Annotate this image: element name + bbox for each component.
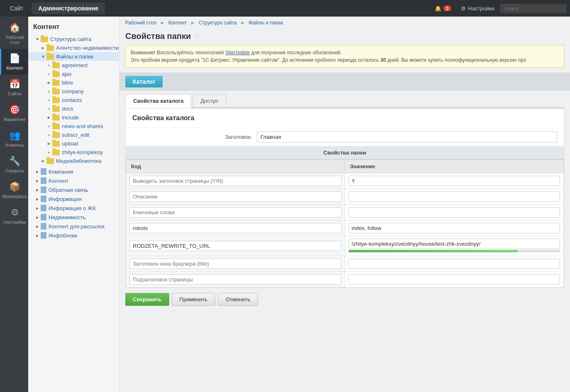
sidebar-item-services[interactable]: 🔧 Сервисы bbox=[0, 152, 28, 177]
table-cell-value bbox=[345, 236, 564, 256]
warning-banner: Внимание! Воспользуйтесь технологией Sit… bbox=[125, 45, 564, 68]
tree-item-nedvizhimost[interactable]: ► Недвижимость bbox=[28, 213, 119, 222]
value-input[interactable] bbox=[348, 207, 560, 218]
breadcrumb-files[interactable]: Файлы и папки bbox=[248, 20, 283, 26]
sidebar-item-clients[interactable]: 👥 Клиенты bbox=[0, 126, 28, 152]
tree-item-label: Информация о ЖК bbox=[49, 205, 96, 211]
chevron-right-icon: ► bbox=[34, 169, 41, 174]
tree-item-contacts[interactable]: ● contacts bbox=[28, 96, 119, 104]
tree-item-label: Недвижимость bbox=[49, 214, 85, 220]
tree-item-feedback[interactable]: ► Обратная связь bbox=[28, 185, 119, 194]
tree-item-media[interactable]: ► Медиабиблиотека bbox=[28, 157, 119, 165]
tree-item-ajax[interactable]: ● ajax bbox=[28, 70, 119, 78]
tree-item-subscr[interactable]: ● subscr_edit bbox=[28, 131, 119, 139]
props-table: Код Значение bbox=[126, 160, 564, 288]
code-input[interactable] bbox=[129, 274, 341, 285]
sidebar-item-label: Настройки bbox=[4, 220, 26, 225]
calendar-icon: 📅 bbox=[9, 79, 20, 90]
settings-topbar-button[interactable]: ⚙ Настройки bbox=[457, 4, 499, 13]
sidebar-item-marketplace[interactable]: 📦 Marketplace bbox=[0, 177, 28, 203]
code-input[interactable] bbox=[129, 176, 341, 186]
tree-item-newsletter[interactable]: ► Контент для рассылок bbox=[28, 222, 119, 231]
code-input[interactable] bbox=[129, 241, 341, 251]
catalog-bar: Каталог bbox=[119, 73, 570, 91]
title-input[interactable] bbox=[257, 131, 557, 143]
tree-item-agency[interactable]: ► Агентство недвижимости bbox=[28, 44, 119, 52]
chevron-right-icon: ► bbox=[46, 115, 52, 120]
dot-icon: ● bbox=[46, 124, 52, 128]
value-input[interactable] bbox=[348, 176, 560, 186]
code-input[interactable] bbox=[129, 191, 341, 202]
save-button[interactable]: Сохранить bbox=[125, 293, 169, 306]
value-input[interactable] bbox=[348, 191, 560, 202]
tree-item-zhilye[interactable]: ● zhilye-kompleksy bbox=[28, 148, 119, 157]
cancel-button[interactable]: Отменить bbox=[218, 293, 258, 306]
breadcrumb: Рабочий стол ► Контент ► Структура сайта… bbox=[119, 17, 570, 29]
value-input[interactable] bbox=[348, 259, 560, 269]
warning-line2-rest: дней. Вы можете купить полнофункциональн… bbox=[387, 57, 526, 63]
value-input[interactable] bbox=[348, 239, 560, 249]
sidebar-item-label: Сервисы bbox=[5, 168, 24, 173]
tree-item-label: bitrix bbox=[62, 80, 73, 86]
tree-item-company[interactable]: ● company bbox=[28, 87, 119, 96]
value-input[interactable] bbox=[348, 274, 560, 285]
tree-item-files[interactable]: ▼ Файлы и папки bbox=[28, 52, 119, 61]
doc-icon bbox=[41, 232, 46, 239]
notifications-button[interactable]: 🔔 1 bbox=[431, 4, 455, 13]
tree-item-structure[interactable]: ▼ Структура сайта bbox=[28, 35, 119, 44]
tree-item-infobloki[interactable]: ► Инфоблоки bbox=[28, 231, 119, 240]
tree-item-kompaniya[interactable]: ► Компания bbox=[28, 167, 119, 176]
page-title-bar: Свойства папки ☆ bbox=[119, 29, 570, 45]
tree-item-agreement[interactable]: ● agreement bbox=[28, 61, 119, 70]
tree-item-include[interactable]: ► include bbox=[28, 113, 119, 122]
props-section-header: Свойства папки bbox=[126, 146, 564, 160]
tree-item-label: Обратная связь bbox=[49, 187, 88, 193]
code-input[interactable] bbox=[129, 259, 341, 269]
tree-item-bitrix[interactable]: ► bitrix bbox=[28, 78, 119, 87]
tree-item-info-zhk[interactable]: ► Информация о ЖК bbox=[28, 203, 119, 213]
tree-item-label: Структура сайта bbox=[50, 36, 91, 42]
breadcrumb-desktop[interactable]: Рабочий стол bbox=[125, 20, 156, 26]
tab-site[interactable]: Сайт bbox=[3, 2, 30, 14]
tab-admin[interactable]: Администрирование bbox=[32, 2, 105, 14]
sidebar-item-label: Маркетинг bbox=[4, 117, 26, 122]
breadcrumb-structure[interactable]: Структура сайта bbox=[199, 20, 237, 26]
code-input[interactable] bbox=[129, 207, 341, 218]
dot-icon: ● bbox=[46, 72, 52, 76]
tab-catalog-properties[interactable]: Свойства каталога bbox=[125, 94, 191, 108]
table-cell-code bbox=[126, 272, 345, 288]
sidebar-item-label: Marketplace bbox=[2, 194, 27, 199]
tree-item-label: Инфоблоки bbox=[49, 232, 77, 239]
tree-item-upload[interactable]: ► upload bbox=[28, 139, 119, 148]
folder-icon bbox=[52, 123, 60, 129]
search-input[interactable] bbox=[500, 4, 567, 13]
tree-item-docs[interactable]: ● docs bbox=[28, 104, 119, 113]
folder-icon bbox=[52, 89, 60, 94]
breadcrumb-content[interactable]: Контент bbox=[168, 20, 187, 26]
sidebar-item-content[interactable]: 📄 Контент bbox=[0, 49, 28, 75]
tree-title: Контент bbox=[28, 21, 119, 35]
people-icon: 👥 bbox=[9, 130, 20, 141]
folder-icon bbox=[52, 63, 60, 68]
tree-item-info[interactable]: ► Информация bbox=[28, 194, 119, 203]
value-input[interactable] bbox=[348, 223, 560, 233]
sidebar-item-desktop[interactable]: 🏠 Рабочий стол bbox=[0, 18, 28, 49]
code-input[interactable] bbox=[129, 223, 341, 233]
sidebar-item-sites[interactable]: 📅 Сайты bbox=[0, 75, 28, 100]
tree-item-kontent[interactable]: ► Контент bbox=[28, 176, 119, 185]
tree-item-label: docs bbox=[62, 106, 73, 112]
folder-icon bbox=[52, 141, 60, 147]
siteupdate-link[interactable]: SiteUpdate bbox=[225, 50, 250, 56]
catalog-button[interactable]: Каталог bbox=[125, 76, 163, 87]
tree-item-news[interactable]: ● news-and-shares bbox=[28, 122, 119, 131]
tree-item-label: ajax bbox=[62, 71, 72, 77]
sidebar-item-marketing[interactable]: 🎯 Маркетинг bbox=[0, 100, 28, 126]
sidebar-item-settings[interactable]: ⚙ Настройки bbox=[0, 203, 28, 229]
table-row bbox=[126, 236, 564, 256]
dot-icon: ● bbox=[46, 150, 52, 155]
star-icon[interactable]: ☆ bbox=[194, 32, 200, 40]
settings-topbar-label: Настройки bbox=[468, 5, 494, 12]
chevron-right-icon: ► bbox=[46, 80, 52, 85]
apply-button[interactable]: Применить bbox=[172, 293, 215, 306]
tab-access[interactable]: Доступ bbox=[192, 94, 226, 107]
